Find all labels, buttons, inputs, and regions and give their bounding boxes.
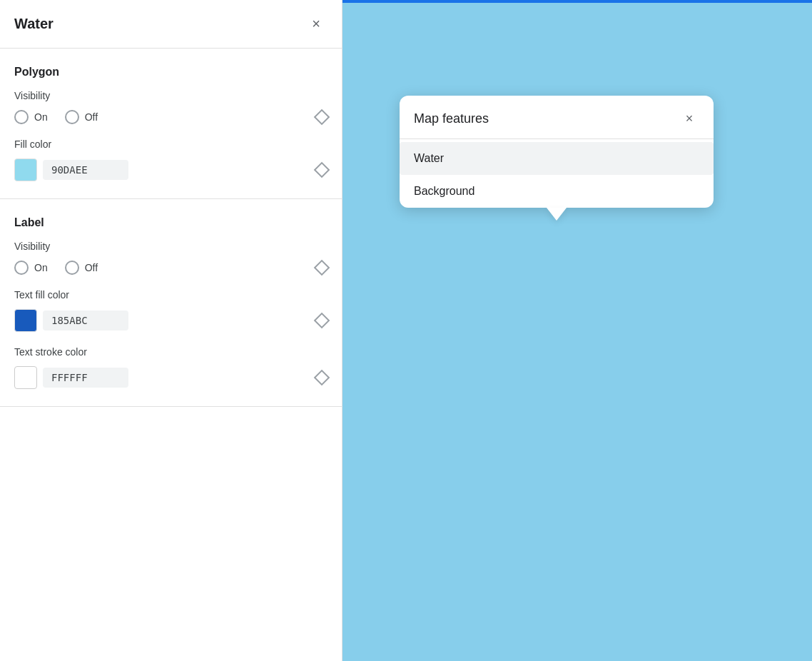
text-stroke-color-label: Text stroke color <box>14 346 328 358</box>
polygon-visibility-row: On Off <box>14 110 328 124</box>
label-radio-off[interactable]: Off <box>65 261 98 275</box>
fill-color-input[interactable] <box>43 160 128 180</box>
label-radio-off-label: Off <box>85 262 98 273</box>
fill-color-input-group <box>14 158 128 181</box>
map-features-popup: Map features × Water Background <box>400 96 714 208</box>
popup-close-button[interactable]: × <box>679 109 699 128</box>
panel-header: Water × <box>0 0 342 49</box>
popup-item-background[interactable]: Background <box>400 175 714 208</box>
text-fill-color-swatch[interactable] <box>14 309 37 332</box>
text-fill-color-row <box>14 309 328 332</box>
label-visibility-diamond-icon[interactable] <box>314 260 330 276</box>
polygon-radio-on[interactable]: On <box>14 110 48 124</box>
text-stroke-color-swatch[interactable] <box>14 366 37 389</box>
label-radio-on-circle <box>14 261 29 275</box>
polygon-radio-off-circle <box>65 110 79 124</box>
polygon-section-title: Polygon <box>14 66 328 79</box>
left-panel: Water × Polygon Visibility On Off Fill c… <box>0 0 342 661</box>
popup-tail <box>547 208 567 221</box>
text-stroke-color-diamond-icon[interactable] <box>314 370 330 386</box>
close-icon: × <box>312 16 320 32</box>
panel-close-button[interactable]: × <box>305 13 328 36</box>
label-radio-on-label: On <box>34 262 48 273</box>
popup-item-water-label: Water <box>414 152 444 164</box>
label-radio-off-circle <box>65 261 79 275</box>
polygon-radio-on-circle <box>14 110 29 124</box>
polygon-radio-off-label: Off <box>85 111 98 123</box>
label-visibility-label: Visibility <box>14 241 328 252</box>
fill-color-label: Fill color <box>14 138 328 150</box>
text-stroke-color-input-group <box>14 366 128 389</box>
label-visibility-row: On Off <box>14 261 328 275</box>
polygon-radio-on-label: On <box>34 111 48 123</box>
text-fill-color-input[interactable] <box>43 311 128 330</box>
popup-item-water[interactable]: Water <box>400 142 714 175</box>
popup-title: Map features <box>414 111 489 126</box>
panel-title: Water <box>14 16 54 32</box>
polygon-radio-off[interactable]: Off <box>65 110 98 124</box>
text-stroke-color-row <box>14 366 328 389</box>
map-panel: Map features × Water Background <box>342 0 812 661</box>
popup-item-background-label: Background <box>414 185 474 197</box>
popup-header: Map features × <box>400 96 714 138</box>
text-fill-color-label: Text fill color <box>14 289 328 301</box>
fill-color-diamond-icon[interactable] <box>314 162 330 178</box>
fill-color-swatch[interactable] <box>14 158 37 181</box>
label-radio-on[interactable]: On <box>14 261 48 275</box>
label-section: Label Visibility On Off Text fill color <box>0 199 342 407</box>
fill-color-row <box>14 158 328 181</box>
polygon-visibility-label: Visibility <box>14 90 328 101</box>
text-stroke-color-input[interactable] <box>43 368 128 388</box>
polygon-section: Polygon Visibility On Off Fill color <box>0 49 342 199</box>
text-fill-color-input-group <box>14 309 128 332</box>
popup-close-icon: × <box>686 111 694 126</box>
polygon-radio-options: On Off <box>14 110 98 124</box>
label-section-title: Label <box>14 216 328 229</box>
polygon-visibility-diamond-icon[interactable] <box>314 109 330 126</box>
text-fill-color-diamond-icon[interactable] <box>314 313 330 329</box>
popup-divider <box>400 138 714 139</box>
label-radio-options: On Off <box>14 261 98 275</box>
